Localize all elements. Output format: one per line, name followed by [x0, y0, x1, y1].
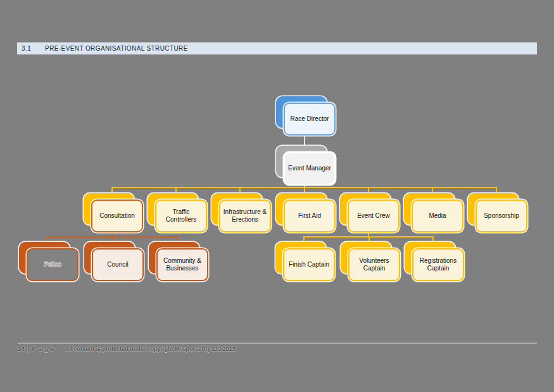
node-label: Event Crew	[348, 199, 400, 232]
document-page: 3.1 PRE-EVENT ORGANISATIONAL STRUCTURE R…	[0, 0, 554, 392]
org-node-volunteers-captain: Volunteers Captain	[341, 242, 398, 280]
org-node-police: Police	[19, 242, 76, 280]
copyright-text: All content is protected under copyright…	[65, 346, 235, 352]
node-label: First Aid	[284, 199, 336, 232]
org-node-media: Media	[404, 193, 461, 231]
footer-divider	[18, 343, 537, 344]
node-label: Sponsorship	[475, 199, 527, 232]
node-label: Event Manager	[284, 152, 336, 185]
org-node-sponsorship: Sponsorship	[468, 193, 525, 231]
org-chart: Race DirectorEvent ManagerConsultationTr…	[0, 0, 554, 392]
org-node-first-aid: First Aid	[276, 193, 333, 231]
node-label: Community & Businesses	[156, 248, 208, 281]
node-label: Consultation	[91, 199, 143, 232]
node-label: Police	[27, 248, 79, 281]
org-node-infrastructure-erections: Infrastructure & Erections	[211, 193, 268, 231]
page-number-label: 13 | P a g e	[18, 346, 54, 352]
node-label: Council	[92, 248, 144, 281]
org-node-council: Council	[84, 242, 141, 280]
org-node-event-manager: Event Manager	[276, 146, 333, 184]
node-label: Finish Captain	[283, 248, 335, 281]
org-node-finish-captain: Finish Captain	[275, 242, 332, 280]
node-label: Registrations Captain	[412, 248, 464, 281]
node-label: Volunteers Captain	[348, 248, 400, 281]
node-label: Traffic Controllers	[155, 199, 207, 232]
org-node-traffic-controllers: Traffic Controllers	[148, 193, 205, 231]
node-label: Race Director	[284, 103, 336, 136]
node-label: Media	[412, 199, 463, 232]
org-node-event-crew: Event Crew	[340, 193, 397, 231]
org-node-registrations-captain: Registrations Captain	[405, 242, 462, 280]
page-footer: 13 | P a g e All content is protected un…	[18, 346, 235, 352]
org-node-consultation: Consultation	[84, 193, 141, 231]
node-label: Infrastructure & Erections	[219, 199, 271, 232]
org-node-race-director: Race Director	[276, 96, 333, 134]
org-node-community-businesses: Community & Businesses	[149, 242, 206, 280]
